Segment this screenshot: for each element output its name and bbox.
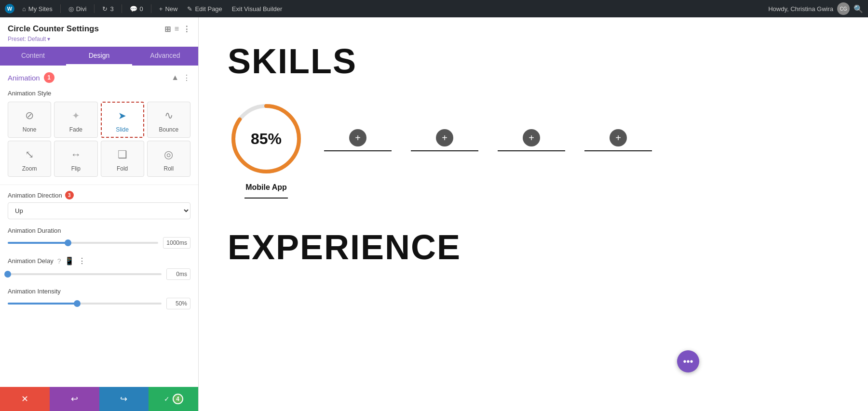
add-button-2[interactable]: + <box>436 129 453 146</box>
main-layout: Circle Counter Settings ⊞ ≡ ⋮ Preset: De… <box>0 17 868 411</box>
redo-button[interactable]: ↪ <box>99 387 149 411</box>
anim-none[interactable]: ⊘ None <box>8 102 51 138</box>
anim-slide[interactable]: ➤ Slide <box>101 102 144 138</box>
section-badge-3: 3 <box>65 191 74 199</box>
experience-heading: EXPERIENCE <box>228 227 839 267</box>
search-icon[interactable]: 🔍 <box>854 4 863 13</box>
add-col-1: + <box>324 100 392 151</box>
direction-label-row: Animation Direction 3 <box>8 191 190 199</box>
more-options-icon[interactable]: ⋮ <box>183 25 190 34</box>
fold-icon: ❑ <box>115 147 130 162</box>
add-underline-3 <box>498 150 565 151</box>
animation-style-grid: ⊘ None ✦ Fade ➤ Slide ∿ Bounce <box>0 102 198 183</box>
my-sites-nav[interactable]: ⌂ My Sites <box>20 0 54 17</box>
save-button[interactable]: ✓ 4 <box>149 387 198 411</box>
intensity-label: Animation Intensity <box>8 288 190 295</box>
add-underline-1 <box>324 150 392 151</box>
wordpress-icon[interactable]: W <box>5 4 14 13</box>
cancel-icon: ✕ <box>21 394 28 404</box>
circle-svg-wrapper: 85% <box>228 100 305 177</box>
intensity-field: Animation Intensity 50% <box>0 284 198 313</box>
anim-fade[interactable]: ✦ Fade <box>54 102 97 138</box>
edit-page-button[interactable]: ✎ Edit Page <box>185 0 224 17</box>
flip-icon: ↔ <box>68 147 83 162</box>
topbar-right: Howdy, Christina Gwira CG 🔍 <box>768 2 863 15</box>
duration-label: Animation Duration <box>8 227 190 234</box>
add-underline-4 <box>584 150 652 151</box>
duration-slider-container: 1000ms <box>8 237 190 249</box>
anim-bounce[interactable]: ∿ Bounce <box>147 102 190 138</box>
section-badge-1: 1 <box>44 72 54 83</box>
sidebar-title-row: Circle Counter Settings ⊞ ≡ ⋮ <box>8 24 190 34</box>
add-button-1[interactable]: + <box>349 129 366 146</box>
roll-icon: ◎ <box>161 147 176 162</box>
avatar[interactable]: CG <box>837 2 850 15</box>
section-more-icon[interactable]: ⋮ <box>183 73 190 82</box>
sidebar: Circle Counter Settings ⊞ ≡ ⋮ Preset: De… <box>0 17 199 411</box>
circle-name: Mobile App <box>245 183 287 192</box>
add-button-3[interactable]: + <box>523 129 540 146</box>
anim-flip-label: Flip <box>71 165 81 172</box>
divi-icon: ◎ <box>68 5 74 13</box>
duration-slider[interactable] <box>8 242 158 244</box>
user-greeting: Howdy, Christina Gwira <box>768 5 833 13</box>
updates-nav[interactable]: ↻ 3 <box>100 0 115 17</box>
fade-icon: ✦ <box>68 108 83 123</box>
circle-value: 85% <box>251 130 282 148</box>
new-button[interactable]: + New <box>157 0 180 17</box>
tab-design[interactable]: Design <box>66 47 132 66</box>
delay-label-row: Animation Delay ? 📱 ⋮ <box>8 256 190 265</box>
divi-nav[interactable]: ◎ Divi <box>67 0 89 17</box>
direction-label: Animation Direction <box>8 192 62 199</box>
delay-more-icon[interactable]: ⋮ <box>78 256 86 265</box>
separator <box>60 4 61 13</box>
tab-content[interactable]: Content <box>0 47 66 66</box>
expand-icon[interactable]: ⊞ <box>164 25 171 34</box>
cancel-button[interactable]: ✕ <box>0 387 50 411</box>
intensity-value: 50% <box>166 298 190 309</box>
delay-inner-row: Animation Delay ? 📱 ⋮ <box>8 256 86 265</box>
direction-select[interactable]: Up Down Left Right Center <box>8 202 190 219</box>
dot-menu-icon: ••• <box>683 356 693 367</box>
preset-label[interactable]: Preset: Default ▾ <box>8 36 190 42</box>
delay-slider[interactable] <box>8 273 162 275</box>
animation-section-header: Animation 1 ▲ ⋮ <box>0 66 198 88</box>
delay-value: 0ms <box>166 268 190 280</box>
add-col-3: + <box>498 100 565 151</box>
separator <box>94 4 95 13</box>
plus-icon: + <box>159 5 163 13</box>
section-controls: ▲ ⋮ <box>171 73 190 82</box>
sidebar-tabs: Content Design Advanced <box>0 47 198 66</box>
device-icon[interactable]: 📱 <box>65 256 74 265</box>
anim-flip[interactable]: ↔ Flip <box>54 141 97 177</box>
columns-icon[interactable]: ≡ <box>175 25 179 33</box>
tab-advanced[interactable]: Advanced <box>132 47 198 66</box>
separator <box>151 4 151 13</box>
redo-icon: ↪ <box>120 394 127 404</box>
intensity-slider[interactable] <box>8 303 162 305</box>
anim-fold[interactable]: ❑ Fold <box>101 141 144 177</box>
divider <box>0 185 198 185</box>
edit-icon: ✎ <box>187 5 192 13</box>
comment-icon: 💬 <box>130 5 137 13</box>
comments-nav[interactable]: 💬 0 <box>128 0 145 17</box>
delay-slider-container: 0ms <box>8 268 190 280</box>
floating-dot-menu[interactable]: ••• <box>677 350 699 372</box>
section-title: Animation 1 <box>8 72 54 83</box>
chevron-down-icon: ▾ <box>47 36 50 42</box>
animation-style-label: Animation Style <box>0 88 198 102</box>
save-badge: 4 <box>173 394 183 404</box>
add-button-4[interactable]: + <box>610 129 627 146</box>
home-icon: ⌂ <box>22 5 26 13</box>
help-icon[interactable]: ? <box>57 257 61 265</box>
anim-roll[interactable]: ◎ Roll <box>147 141 190 177</box>
updates-icon: ↻ <box>102 5 108 13</box>
collapse-icon[interactable]: ▲ <box>171 73 179 82</box>
undo-button[interactable]: ↩ <box>50 387 99 411</box>
exit-visual-builder-button[interactable]: Exit Visual Builder <box>230 0 285 17</box>
sidebar-bottom-bar: ✕ ↩ ↪ ✓ 4 <box>0 387 198 411</box>
animation-label: Animation <box>8 74 40 82</box>
anim-zoom[interactable]: ⤡ Zoom <box>8 141 51 177</box>
topbar: W ⌂ My Sites ◎ Divi ↻ 3 💬 0 + New ✎ Edit… <box>0 0 868 17</box>
separator <box>122 4 122 13</box>
